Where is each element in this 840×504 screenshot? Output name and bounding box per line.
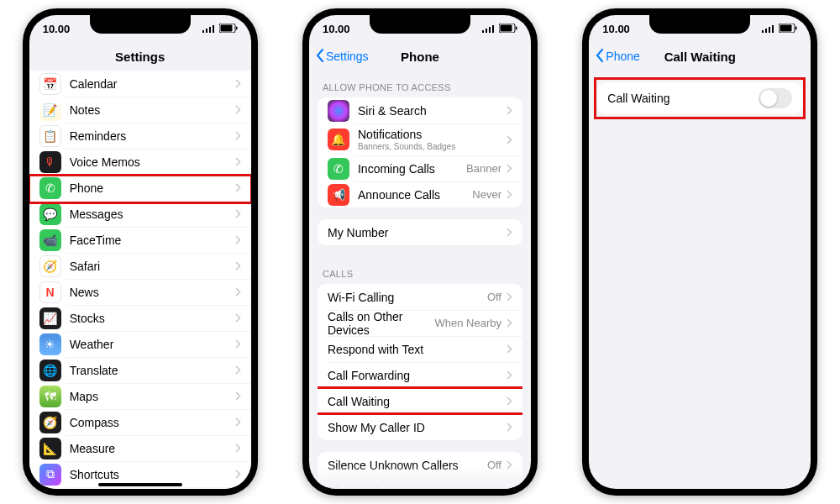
row-show-caller-id[interactable]: Show My Caller ID — [318, 414, 522, 440]
chevron-right-icon — [507, 396, 512, 406]
row-incoming-calls[interactable]: ✆Incoming CallsBanner — [318, 155, 522, 181]
settings-row-compass[interactable]: 🧭Compass — [29, 409, 251, 435]
svg-rect-8 — [486, 29, 487, 33]
detail-value: Off — [487, 291, 501, 303]
svg-rect-3 — [213, 25, 214, 33]
notch — [649, 15, 750, 34]
chevron-right-icon — [235, 105, 241, 114]
svg-rect-20 — [795, 26, 797, 29]
facetime-icon: 📹 — [39, 229, 61, 251]
notch — [370, 15, 470, 34]
detail-value: Off — [487, 459, 501, 471]
nav-title: Call Waiting — [664, 50, 736, 64]
settings-row-health[interactable]: ♥Health — [29, 487, 251, 489]
back-label: Phone — [606, 50, 639, 63]
settings-row-messages[interactable]: 💬Messages — [29, 201, 251, 227]
chevron-right-icon — [507, 460, 512, 470]
stocks-icon: 📈 — [39, 307, 61, 329]
announce-calls-icon: 📢 — [328, 184, 349, 206]
svg-rect-6 — [236, 26, 238, 29]
row-respond-with-text[interactable]: Respond with Text — [318, 336, 522, 362]
settings-row-voice-memos[interactable]: 🎙Voice Memos — [29, 149, 251, 175]
settings-row-stocks[interactable]: 📈Stocks — [29, 305, 251, 331]
weather-icon: ☀ — [39, 333, 61, 355]
status-time: 10.00 — [602, 23, 630, 35]
back-button[interactable]: Settings — [316, 49, 369, 65]
chevron-right-icon — [507, 344, 512, 354]
incoming-calls-icon: ✆ — [328, 158, 349, 180]
chevron-right-icon — [235, 417, 241, 427]
row-call-waiting[interactable]: Call Waiting — [318, 388, 522, 414]
row-blocked-contacts[interactable]: Blocked Contacts — [318, 478, 522, 489]
chevron-right-icon — [235, 470, 241, 479]
row-silence-unknown[interactable]: Silence Unknown CallersOff — [318, 452, 522, 478]
chevron-right-icon — [507, 135, 512, 144]
back-button[interactable]: Phone — [596, 49, 639, 65]
notes-icon: 📝 — [39, 99, 61, 121]
chevron-right-icon — [235, 261, 241, 270]
notifications-subtitle: Banners, Sounds, Badges — [358, 142, 507, 151]
battery-icon — [499, 23, 517, 35]
home-indicator[interactable] — [98, 483, 182, 486]
settings-row-maps[interactable]: 🗺Maps — [29, 383, 251, 409]
settings-row-news[interactable]: NNews — [29, 279, 251, 305]
call-waiting-label: Call Waiting — [607, 92, 759, 105]
notch — [90, 15, 191, 34]
section-header-access: Allow Phone to Access — [309, 71, 531, 97]
detail-value: Banner — [466, 162, 501, 175]
svg-rect-5 — [220, 24, 232, 31]
svg-rect-9 — [489, 27, 491, 33]
notifications-icon: 🔔 — [328, 129, 349, 150]
row-call-forwarding[interactable]: Call Forwarding — [318, 362, 522, 388]
row-siri-search[interactable]: Siri & Search — [318, 97, 522, 123]
status-time: 10.00 — [43, 23, 71, 35]
svg-rect-10 — [492, 25, 494, 33]
safari-icon: 🧭 — [39, 255, 61, 277]
chevron-right-icon — [507, 106, 512, 115]
section-header-calls: Calls — [309, 257, 531, 284]
row-notifications[interactable]: 🔔NotificationsBanners, Sounds, Badges — [318, 123, 522, 155]
settings-row-safari[interactable]: 🧭Safari — [29, 253, 251, 279]
nav-title: Settings — [115, 50, 165, 64]
row-calls-other-devices[interactable]: Calls on Other DevicesWhen Nearby — [318, 310, 522, 336]
settings-row-reminders[interactable]: 📋Reminders — [29, 123, 251, 149]
chevron-right-icon — [235, 313, 241, 323]
chevron-right-icon — [235, 287, 241, 297]
chevron-right-icon — [235, 391, 241, 401]
row-my-number[interactable]: My Number — [318, 219, 522, 245]
nav-bar: Settings — [29, 42, 251, 71]
row-wifi-calling[interactable]: Wi-Fi CallingOff — [318, 284, 522, 310]
calendar-icon: 📅 — [39, 73, 61, 95]
chevron-right-icon — [507, 370, 512, 380]
chevron-left-icon — [316, 49, 324, 65]
chevron-right-icon — [507, 486, 512, 489]
voice-memos-icon: 🎙 — [39, 151, 61, 173]
row-announce-calls[interactable]: 📢Announce CallsNever — [318, 181, 522, 207]
settings-row-measure[interactable]: 📐Measure — [29, 435, 251, 461]
chevron-right-icon — [235, 183, 241, 192]
chevron-right-icon — [507, 164, 512, 173]
chevron-right-icon — [235, 235, 241, 244]
messages-icon: 💬 — [39, 203, 61, 225]
chevron-right-icon — [507, 318, 512, 328]
settings-row-calendar[interactable]: 📅Calendar — [29, 71, 251, 97]
compass-icon: 🧭 — [39, 412, 61, 433]
settings-row-phone[interactable]: ✆Phone — [29, 175, 251, 201]
svg-rect-15 — [765, 29, 767, 33]
settings-row-weather[interactable]: ☀Weather — [29, 331, 251, 357]
chevron-right-icon — [507, 292, 512, 302]
settings-row-facetime[interactable]: 📹FaceTime — [29, 227, 251, 253]
svg-rect-16 — [769, 27, 770, 33]
chevron-right-icon — [235, 339, 241, 349]
battery-icon — [219, 23, 238, 35]
chevron-right-icon — [507, 228, 512, 237]
settings-row-translate[interactable]: 🌐Translate — [29, 357, 251, 383]
measure-icon: 📐 — [39, 438, 61, 459]
chevron-right-icon — [235, 157, 241, 166]
phone-phone-settings: 10.00 Settings Phone Allow Phone to Acce… — [302, 8, 538, 496]
chevron-right-icon — [507, 190, 512, 199]
phone-call-waiting: 10.00 Phone Call Waiting Call Waiting — [582, 8, 817, 496]
svg-rect-7 — [482, 30, 484, 33]
settings-row-notes[interactable]: 📝Notes — [29, 97, 251, 123]
call-waiting-toggle[interactable] — [759, 88, 792, 108]
